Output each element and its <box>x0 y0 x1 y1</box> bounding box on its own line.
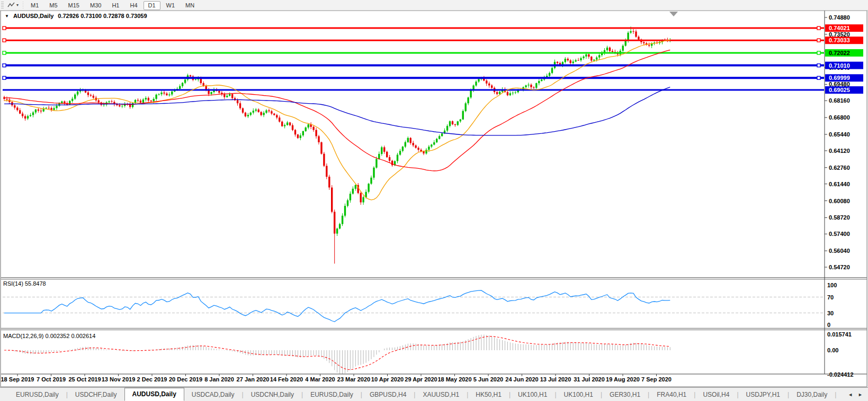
date-label: 8 Jan 2020 <box>204 376 234 382</box>
date-label: 10 Apr 2020 <box>371 376 404 382</box>
tab-eurusd-daily[interactable]: EURUSD,Daily <box>303 388 361 401</box>
price-line-badge-label: 0.71010 <box>829 62 850 69</box>
tab-dj30-daily[interactable]: DJ30,Daily <box>789 388 835 401</box>
cursor-tool-button[interactable]: ▾ <box>5 1 21 9</box>
price-tick-label: 0.60080 <box>829 198 850 204</box>
chart-title: ▼ AUDUSD,Daily 0.72926 0.73100 0.72878 0… <box>5 13 147 19</box>
macd-indicator-label: MACD(12,26,9) 0.002352 0.002614 <box>3 333 95 339</box>
period-button-h4[interactable]: H4 <box>125 1 142 10</box>
date-label: 18 Sep 2019 <box>1 376 34 382</box>
tab-gbpusd-h4[interactable]: GBPUSD,H4 <box>362 388 414 401</box>
tab-scroll-right-icon[interactable]: ► <box>858 392 863 397</box>
date-label: 14 Feb 2020 <box>270 376 303 382</box>
price-tick-label: 0.62760 <box>829 165 850 171</box>
panel-divider <box>1 328 867 329</box>
tab-usdjpy-h1[interactable]: USDJPY,H1 <box>739 388 788 401</box>
period-button-w1[interactable]: W1 <box>162 1 180 10</box>
period-button-m30[interactable]: M30 <box>85 1 106 10</box>
rsi-indicator-label: RSI(14) 55.8478 <box>3 280 46 287</box>
period-toolbar: ▾ M1M5M15M30H1H4D1W1MN <box>0 0 868 11</box>
tab-uk100-h1[interactable]: UK100,H1 <box>511 388 554 401</box>
chart-ohlc-values: 0.72926 0.73100 0.72878 0.73059 <box>58 13 147 19</box>
date-label: 7 Sep 2020 <box>641 376 672 382</box>
tab-ger30-h1[interactable]: GER30,H1 <box>602 388 648 401</box>
tab-uk100-h1[interactable]: UK100,H1 <box>557 388 601 401</box>
period-button-m1[interactable]: M1 <box>26 1 43 10</box>
price-line-badge-label: 0.69025 <box>829 87 850 93</box>
toolbar-separator <box>23 2 23 9</box>
price-tick-label: 0.66800 <box>829 114 850 121</box>
date-label: 24 Jun 2020 <box>505 376 538 382</box>
period-button-m15[interactable]: M15 <box>64 1 84 10</box>
chevron-down-icon: ▾ <box>16 3 19 7</box>
tab-china300-h1[interactable]: CHINA300,H1 <box>836 388 843 401</box>
price-tick-label: 0.56040 <box>829 248 850 254</box>
date-label: 25 Oct 2019 <box>68 376 101 382</box>
date-label: 4 Mar 2020 <box>305 376 335 382</box>
period-button-group: M1M5M15M30H1H4D1W1MN <box>25 0 200 10</box>
price-tick-label: 0.54720 <box>829 264 850 270</box>
date-label: 29 Apr 2020 <box>405 376 437 382</box>
date-label: 13 Jul 2020 <box>540 376 571 382</box>
period-button-m5[interactable]: M5 <box>44 1 62 10</box>
price-tick-label: 0.68160 <box>829 97 850 104</box>
tab-usoil-h4[interactable]: USOil,H4 <box>695 388 737 401</box>
toolbar-grip[interactable] <box>1 2 4 9</box>
price-tick-label: 0.58720 <box>829 214 850 221</box>
tab-scroll-controls: ◄ ► <box>843 392 868 397</box>
price-tick-label: 0.73520 <box>829 31 850 38</box>
tab-usdcad-daily[interactable]: USDCAD,Daily <box>184 388 242 401</box>
tab-xauusd-h1[interactable]: XAUUSD,H1 <box>415 388 467 401</box>
symbol-tab-bar: EURUSD,Daily|USDCHF,DailyAUDUSD,DailyUSD… <box>0 387 868 401</box>
tab-fra40-h1[interactable]: FRA40,H1 <box>649 388 694 401</box>
macd-scale-label: 0.015741 <box>827 331 852 338</box>
date-label: 19 Aug 2020 <box>606 376 640 382</box>
tab-usdcnh-daily[interactable]: USDCNH,Daily <box>244 388 301 401</box>
rsi-scale-label: 30 <box>827 310 834 316</box>
rsi-scale-label: 100 <box>827 282 837 288</box>
price-line-badge-label: 0.69999 <box>829 75 850 81</box>
tab-usdchf-daily[interactable]: USDCHF,Daily <box>68 388 124 401</box>
collapse-triangle-icon: ▼ <box>5 14 9 19</box>
date-label: 23 Mar 2020 <box>337 376 370 382</box>
price-tick-label: 0.57400 <box>829 231 850 237</box>
period-button-h1[interactable]: H1 <box>107 1 124 10</box>
rsi-scale-label: 70 <box>827 294 834 300</box>
date-label: 18 May 2020 <box>437 376 471 382</box>
price-tick-label: 0.64120 <box>829 148 850 154</box>
date-label: 20 Dec 2019 <box>169 376 202 382</box>
chart-symbol-label: AUDUSD,Daily <box>13 13 53 19</box>
macd-scale-label: 0.00 <box>827 347 838 353</box>
period-button-d1[interactable]: D1 <box>144 1 160 10</box>
panel-divider <box>1 277 867 278</box>
tab-audusd-daily[interactable]: AUDUSD,Daily <box>124 388 184 401</box>
panel-divider <box>1 330 867 330</box>
period-button-mn[interactable]: MN <box>181 1 199 10</box>
tab-scroll-left-icon[interactable]: ◄ <box>848 392 853 397</box>
date-label: 7 Oct 2019 <box>37 376 66 382</box>
date-label: 5 Jun 2020 <box>473 376 503 382</box>
date-label: 27 Jan 2020 <box>237 376 270 382</box>
date-label: 2 Dec 2019 <box>137 376 167 382</box>
tab-hk50-h1[interactable]: HK50,H1 <box>468 388 509 401</box>
panel-divider <box>1 279 867 279</box>
price-line-badge-label: 0.73033 <box>829 37 850 43</box>
date-label: 13 Nov 2019 <box>102 376 136 382</box>
symbol-tabs: EURUSD,Daily|USDCHF,DailyAUDUSD,DailyUSD… <box>0 388 843 401</box>
price-tick-label: 0.65440 <box>829 131 850 138</box>
chart-canvas[interactable]: 0.748800.735200.721600.708400.694800.681… <box>0 0 868 401</box>
price-line-badge-label: 0.72022 <box>829 50 850 56</box>
price-tick-label: 0.61440 <box>829 181 850 187</box>
chart-line-icon <box>7 2 15 8</box>
main-chart-plot[interactable] <box>3 11 824 276</box>
rsi-scale-label: 0 <box>827 322 830 328</box>
price-tick-label: 0.74880 <box>829 14 850 21</box>
price-line-badge-label: 0.74021 <box>829 25 850 31</box>
date-label: 31 Jul 2020 <box>574 376 605 382</box>
tab-eurusd-daily[interactable]: EURUSD,Daily <box>8 388 66 401</box>
macd-scale-label: -0.024412 <box>827 371 854 378</box>
